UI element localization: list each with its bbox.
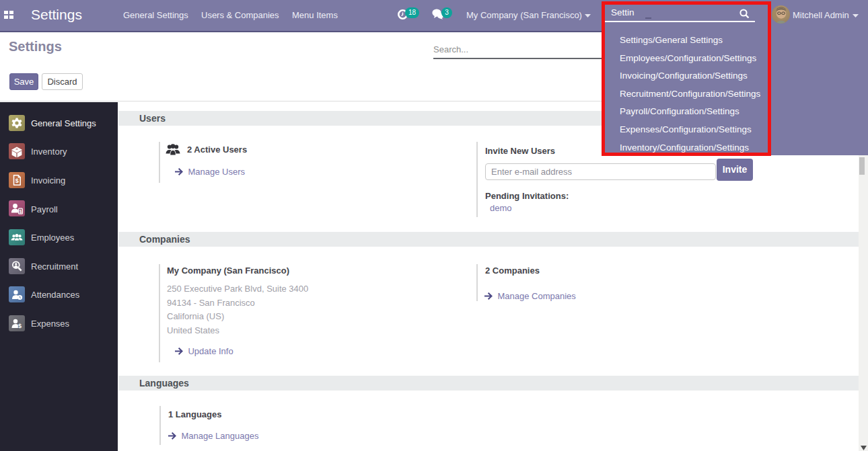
svg-text:$: $ bbox=[20, 209, 22, 214]
svg-text:$: $ bbox=[15, 177, 19, 184]
svg-text:$: $ bbox=[18, 323, 22, 329]
